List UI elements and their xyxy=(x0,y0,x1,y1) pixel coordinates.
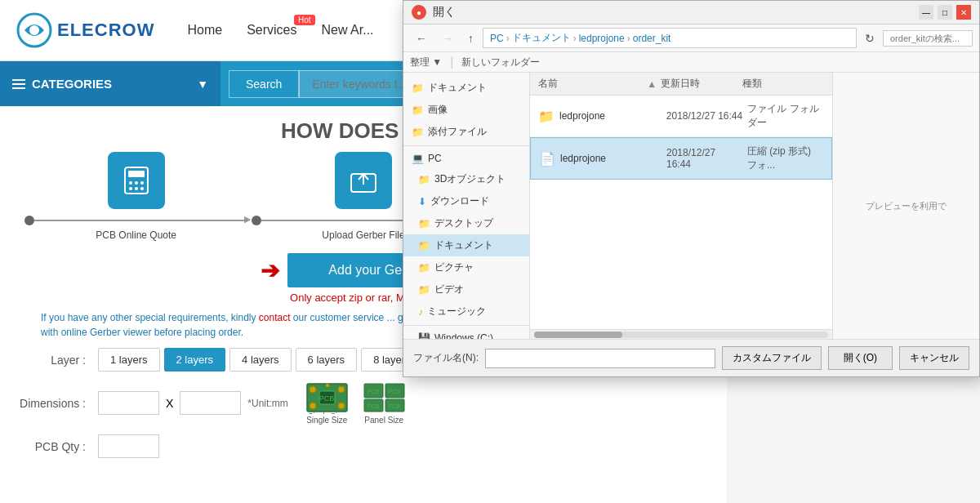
pcb-qty-input[interactable]: 5 xyxy=(98,434,159,458)
custom-file-btn[interactable]: カスタムファイル xyxy=(722,346,822,370)
dim-unit: *Unit:mm xyxy=(247,398,287,409)
single-size-label: Single Size xyxy=(308,412,345,414)
pcb-qty-label: PCB Qty : xyxy=(16,440,98,453)
list-item-folder[interactable]: 📁 ledprojone 2018/12/27 16:44 ファイル フォルダー xyxy=(530,96,832,137)
panel-size-text: Panel Size xyxy=(364,416,403,425)
preview-text: プレビューを利用で xyxy=(866,200,947,212)
categories-button[interactable]: CATEGORIES ▼ xyxy=(0,61,220,106)
address-sep-2: › xyxy=(573,33,577,44)
file-folder-icon: 📁 xyxy=(538,109,555,124)
scrollbar-area[interactable] xyxy=(530,329,832,339)
sidebar-item-windows[interactable]: 💾 Windows (C:) xyxy=(403,328,529,339)
sidebar-label-downloads: ダウンロード xyxy=(430,194,489,208)
folder-icon-3d: 📁 xyxy=(418,174,430,185)
layer-2-btn[interactable]: 2 layers xyxy=(164,348,226,372)
layer-6-btn[interactable]: 6 layers xyxy=(296,348,358,372)
item-name-2: ledprojone xyxy=(560,153,662,164)
step-1-icon xyxy=(108,152,165,209)
forward-btn[interactable]: → xyxy=(436,29,459,47)
contact-link[interactable]: contact xyxy=(259,312,291,323)
layer-1-btn[interactable]: 1 layers xyxy=(98,348,160,372)
sidebar-separator-1 xyxy=(403,145,529,146)
address-seg-3: ledprojone xyxy=(579,33,625,44)
refresh-btn[interactable]: ↻ xyxy=(860,30,880,47)
scrollbar-thumb[interactable] xyxy=(534,332,622,338)
cancel-btn[interactable]: キャンセル xyxy=(899,346,969,370)
dialog-body: 📁 ドキュメント 📁 画像 📁 添付ファイル 💻 PC 📁 3Dオブジェクト xyxy=(403,73,979,339)
sidebar-item-music[interactable]: ♪ ミュージック xyxy=(403,300,529,323)
step-1-dots: ▶ xyxy=(24,216,247,225)
search-button[interactable]: Search xyxy=(229,70,299,98)
action-bar: 整理 ▼ | 新しいフォルダー xyxy=(403,52,979,73)
nav-home[interactable]: Home xyxy=(187,23,222,38)
chrome-icon: ● xyxy=(412,5,426,20)
svg-point-18 xyxy=(310,403,316,409)
dim-y-input[interactable]: 100 xyxy=(180,391,241,415)
sidebar-item-documents2[interactable]: 📁 ドキュメント xyxy=(403,234,529,256)
nav-services-label: Services xyxy=(247,23,296,37)
pcb-panel-wrap: PCB PCB PCB PCB Panel Size xyxy=(362,381,407,425)
sidebar-item-3d[interactable]: 📁 3Dオブジェクト xyxy=(403,168,529,190)
sidebar-item-pc[interactable]: 💻 PC xyxy=(403,149,529,168)
sidebar-item-downloads[interactable]: ⬇ ダウンロード xyxy=(403,190,529,212)
back-btn[interactable]: ← xyxy=(410,29,433,47)
dialog-close-btn[interactable]: ✕ xyxy=(956,5,971,20)
dialog-title: 開く xyxy=(433,5,456,20)
nav-services[interactable]: Services Hot xyxy=(247,23,296,38)
sidebar-item-documents[interactable]: 📁 ドキュメント xyxy=(403,77,529,99)
sidebar-label-3d: 3Dオブジェクト xyxy=(434,172,506,186)
col-name: 名前 xyxy=(538,77,647,91)
sidebar-label-pc: PC xyxy=(428,153,442,164)
svg-point-8 xyxy=(135,187,138,190)
logo[interactable]: ELECROW xyxy=(16,12,154,49)
list-item-zip[interactable]: 📄 ledprojone 2018/12/27 16:44 圧縮 (zip 形式… xyxy=(530,137,832,180)
pcb-panel-icon: PCB PCB PCB PCB xyxy=(362,381,407,414)
arrow-icon: ➔ xyxy=(261,257,279,284)
sidebar-item-images[interactable]: 📁 画像 xyxy=(403,99,529,121)
sidebar-label-windows: Windows (C:) xyxy=(434,332,493,339)
sidebar-item-attachments[interactable]: 📁 添付ファイル xyxy=(403,121,529,143)
dim-x-input[interactable]: 100 xyxy=(98,391,159,415)
dim-x-separator: X xyxy=(166,397,173,410)
dialog-search-input[interactable] xyxy=(883,30,973,47)
sidebar-label-pictures: ピクチャ xyxy=(434,260,474,274)
sidebar-item-video[interactable]: 📁 ビデオ xyxy=(403,278,529,300)
zip-icon: 📄 xyxy=(539,151,555,167)
svg-text:PCB: PCB xyxy=(318,394,334,403)
sidebar-separator-2 xyxy=(403,325,529,326)
logo-icon xyxy=(16,12,53,49)
sidebar-label-music: ミュージック xyxy=(427,305,486,318)
step-2-icon xyxy=(335,152,392,209)
dialog-footer: ファイル名(N): ledprojone カスタムファイル 開く(O) キャンセ… xyxy=(403,339,979,376)
address-sep-1: › xyxy=(506,33,510,44)
svg-point-5 xyxy=(135,181,138,185)
up-btn[interactable]: ↑ xyxy=(462,29,479,47)
nav-new-arrivals[interactable]: New Ar... xyxy=(322,23,374,38)
svg-point-19 xyxy=(338,403,345,409)
arrange-btn[interactable]: 整理 ▼ xyxy=(410,56,442,69)
open-btn[interactable]: 開く(O) xyxy=(828,346,893,370)
drive-icon-c: 💾 xyxy=(418,332,430,339)
sidebar-item-desktop[interactable]: 📁 デスクトップ xyxy=(403,212,529,234)
layer-4-btn[interactable]: 4 layers xyxy=(229,348,292,372)
new-folder-btn[interactable]: 新しいフォルダー xyxy=(461,56,540,69)
dialog-minimize-btn[interactable]: — xyxy=(919,5,933,20)
sidebar-item-pictures[interactable]: 📁 ピクチャ xyxy=(403,256,529,278)
folder-icon-attachments: 📁 xyxy=(412,127,424,138)
address-bar[interactable]: PC › ドキュメント › ledprojone › order_kit xyxy=(483,28,857,48)
calculator-icon xyxy=(120,164,153,197)
file-list: 📁 ledprojone 2018/12/27 16:44 ファイル フォルダー… xyxy=(530,96,832,329)
list-header: 名前 ▲ 更新日時 種類 xyxy=(530,73,832,96)
layer-label: Layer : xyxy=(16,354,98,367)
item-type-1: ファイル フォルダー xyxy=(747,102,824,130)
svg-point-4 xyxy=(129,181,132,185)
filename-input[interactable]: ledprojone xyxy=(485,349,715,368)
folder-icon: 📁 xyxy=(412,82,424,94)
dialog-maximize-btn[interactable]: □ xyxy=(938,5,952,20)
sidebar-label-desktop: デスクトップ xyxy=(434,216,493,230)
folder-icon-video: 📁 xyxy=(418,284,430,296)
folder-icon-music: ♪ xyxy=(418,306,423,318)
svg-point-16 xyxy=(310,386,316,393)
svg-point-22 xyxy=(326,384,329,387)
layer-options: 1 layers 2 layers 4 layers 6 layers 8 la… xyxy=(98,348,423,372)
